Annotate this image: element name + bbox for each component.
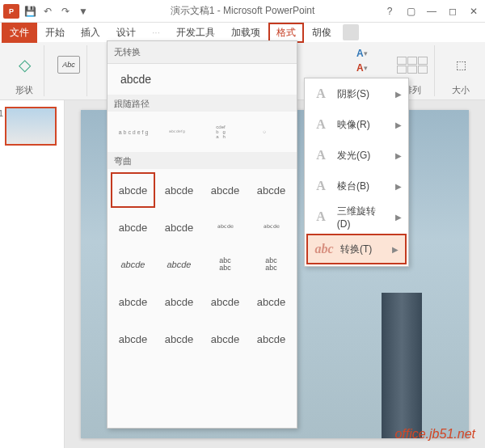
bend-item[interactable]: abcde (203, 284, 247, 319)
user-avatar[interactable] (343, 24, 359, 40)
tab-start[interactable]: 开始 (37, 23, 73, 43)
title-bar: P 💾 ↶ ↷ ▼ 演示文稿1 - Microsoft PowerPoint ?… (0, 0, 485, 23)
bend-item[interactable]: abcde (157, 284, 201, 319)
tab-design[interactable]: 设计 (108, 23, 144, 43)
app-icon[interactable]: P (3, 4, 19, 19)
bend-item[interactable]: abcde (203, 321, 247, 357)
watermark: office.jb51.net (394, 427, 475, 442)
bend-item[interactable]: abcde (111, 284, 155, 319)
chevron-right-icon: ▶ (395, 213, 402, 222)
effect-label: 映像(R) (337, 118, 370, 132)
abc-transform-icon: abc (314, 239, 334, 259)
shape-gallery-icon[interactable]: ◇ (11, 52, 37, 78)
chevron-right-icon: ▶ (395, 151, 402, 160)
bend-item[interactable]: abcabc (203, 247, 247, 282)
bend-item[interactable]: abcde (111, 321, 155, 357)
effect-bevel[interactable]: A 棱台(B) ▶ (305, 171, 408, 201)
effect-label: 发光(G) (337, 149, 370, 163)
gallery-header-no-transform: 无转换 (108, 41, 297, 64)
bend-item[interactable]: abcde (249, 321, 293, 357)
bend-item[interactable]: abcde (249, 284, 293, 319)
no-transform-preview[interactable]: abcde (108, 64, 297, 95)
minimize-icon[interactable]: — (422, 3, 441, 19)
window-controls: ? ▢ — ◻ ✕ (380, 3, 483, 19)
close-icon[interactable]: ✕ (464, 3, 483, 19)
arrange-icon[interactable] (397, 57, 428, 74)
slide-thumbnail-panel: 1 (0, 100, 65, 448)
follow-path-circle[interactable]: cdefb ga h (201, 115, 240, 149)
effect-shadow[interactable]: A 阴影(S) ▶ (305, 78, 408, 109)
gallery-header-bend: 弯曲 (108, 152, 297, 169)
gallery-header-follow-path: 跟随路径 (108, 95, 297, 112)
follow-path-arch-down[interactable]: ᵃᵇᶜᵈᵉᶠᵍ (158, 115, 196, 149)
save-icon[interactable]: 💾 (23, 4, 37, 19)
follow-path-row: a b c d e f g ᵃᵇᶜᵈᵉᶠᵍ cdefb ga h ○ (108, 112, 297, 152)
bend-item[interactable]: abcde (157, 172, 201, 208)
bend-item[interactable]: ᵃᵇᶜᵈᵉ (203, 209, 247, 245)
bend-item-plain[interactable]: abcde (111, 172, 155, 208)
bend-item[interactable]: abcde (157, 321, 201, 357)
chevron-right-icon: ▶ (392, 245, 399, 254)
ribbon-tabs: 文件 开始 插入 设计 ··· 开发工具 加载项 格式 胡俊 (0, 23, 485, 42)
bend-item[interactable]: abcde (111, 209, 155, 245)
bend-item[interactable]: abcde (111, 247, 155, 282)
slide-thumbnail[interactable]: 1 (5, 107, 57, 146)
size-label: 大小 (452, 84, 470, 96)
ribbon-options-icon[interactable]: ▢ (401, 3, 420, 19)
bend-item[interactable]: ᵃᵇᶜᵈᵉ (249, 209, 293, 245)
quick-access-toolbar: P 💾 ↶ ↷ ▼ (0, 4, 91, 19)
bend-item[interactable]: abcde (203, 172, 247, 208)
follow-path-button[interactable]: ○ (245, 115, 284, 149)
chevron-right-icon: ▶ (395, 182, 402, 191)
transform-gallery: 无转换 abcde 跟随路径 a b c d e f g ᵃᵇᶜᵈᵉᶠᵍ cde… (107, 40, 297, 429)
text-fill-button[interactable]: A▾ (356, 47, 377, 60)
letter-a-bevel-icon: A (311, 176, 331, 196)
window-title: 演示文稿1 - Microsoft PowerPoint (171, 4, 315, 18)
chevron-right-icon: ▶ (395, 120, 402, 129)
tab-insert[interactable]: 插入 (73, 23, 108, 43)
group-shape-styles: Abc (51, 45, 87, 96)
effect-label: 转换(T) (340, 243, 372, 256)
effect-label: 阴影(S) (337, 87, 369, 101)
qat-dropdown-icon[interactable]: ▼ (76, 4, 91, 19)
tab-dev[interactable]: 开发工具 (168, 23, 223, 43)
bend-item[interactable]: abcde (157, 209, 201, 245)
tab-hidden: ··· (144, 23, 168, 41)
tab-format[interactable]: 格式 (268, 23, 304, 43)
bend-item[interactable]: abcabc (249, 247, 293, 282)
effect-label: 三维旋转(D) (337, 205, 389, 230)
redo-icon[interactable]: ↷ (58, 4, 73, 19)
group-size: ⬚ 大小 (441, 45, 480, 96)
letter-a-reflection-icon: A (311, 115, 331, 134)
effect-3d-rotation[interactable]: A 三维旋转(D) ▶ (305, 201, 408, 232)
effect-label: 棱台(B) (337, 180, 369, 193)
undo-icon[interactable]: ↶ (40, 4, 55, 19)
bend-grid: abcde abcde abcde abcde abcde abcde ᵃᵇᶜᵈ… (108, 169, 297, 360)
tab-file[interactable]: 文件 (2, 23, 37, 43)
image-detail (382, 293, 422, 438)
tab-addin[interactable]: 加载项 (223, 23, 268, 43)
shape-style-button[interactable]: Abc (57, 56, 80, 74)
effect-reflection[interactable]: A 映像(R) ▶ (305, 109, 408, 140)
restore-icon[interactable]: ◻ (443, 3, 462, 19)
letter-a-3d-icon: A (311, 207, 331, 226)
help-icon[interactable]: ? (380, 3, 399, 19)
text-effects-flyout: A 阴影(S) ▶ A 映像(R) ▶ A 发光(G) ▶ A 棱台(B) ▶ … (304, 78, 409, 267)
letter-a-shadow-icon: A (311, 84, 331, 104)
thumb-number: 1 (0, 108, 3, 118)
group-shapes: ◇ 形状 (5, 45, 44, 96)
bend-item[interactable]: abcde (157, 247, 201, 282)
tab-user[interactable]: 胡俊 (304, 23, 340, 43)
size-icon[interactable]: ⬚ (448, 52, 474, 78)
text-outline-button[interactable]: A▾ (356, 61, 377, 74)
follow-path-arch[interactable]: a b c d e f g (114, 115, 153, 149)
bend-item[interactable]: abcde (249, 172, 293, 208)
effect-transform[interactable]: abc 转换(T) ▶ (306, 234, 407, 264)
effect-glow[interactable]: A 发光(G) ▶ (305, 140, 408, 171)
shapes-label: 形状 (15, 84, 33, 96)
chevron-right-icon: ▶ (395, 90, 402, 99)
letter-a-glow-icon: A (311, 146, 331, 165)
